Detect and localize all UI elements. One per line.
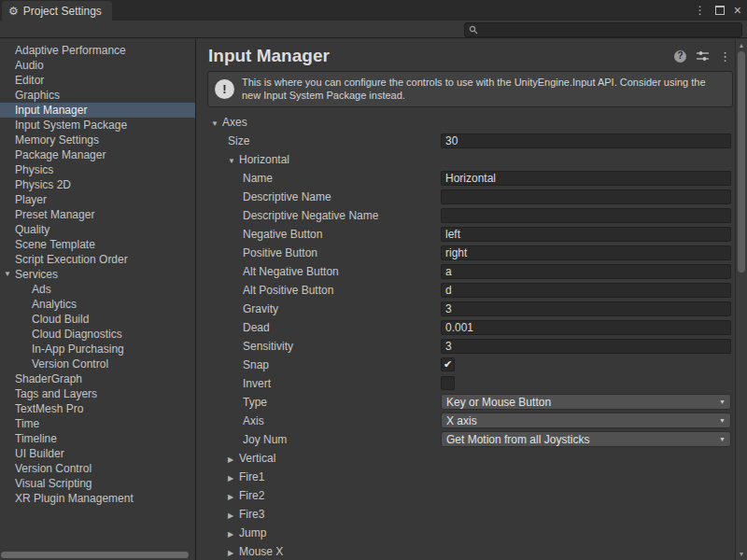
window-maximize-icon[interactable]: [715, 6, 725, 15]
text-field-sensitivity[interactable]: [441, 339, 731, 354]
property-label-text: Mouse X: [239, 545, 283, 558]
property-label-text: Alt Positive Button: [243, 284, 333, 297]
text-field-gravity[interactable]: [441, 301, 731, 316]
text-field-descriptive-name[interactable]: [441, 189, 731, 204]
sidebar-item-cloud-build[interactable]: Cloud Build: [0, 312, 195, 327]
foldout-horizontal[interactable]: ▼Horizontal: [197, 153, 441, 166]
sidebar-item-in-app-purchasing[interactable]: In-App Purchasing: [0, 342, 195, 357]
checkbox-snap[interactable]: ✔: [441, 357, 455, 371]
sidebar-item-input-manager[interactable]: Input Manager: [0, 103, 195, 118]
sidebar-item-visual-scripting[interactable]: Visual Scripting: [0, 476, 195, 491]
sidebar-item-cloud-diagnostics[interactable]: Cloud Diagnostics: [0, 327, 195, 342]
property-row-fire1: ▶Fire1: [197, 468, 735, 486]
property-field: ✔: [441, 357, 731, 371]
text-field-alt-negative-button[interactable]: [441, 264, 731, 279]
sidebar-item-timeline[interactable]: Timeline: [0, 431, 195, 446]
sidebar-item-player[interactable]: Player: [0, 192, 195, 207]
text-field-size[interactable]: [441, 133, 731, 148]
sidebar-horizontal-scrollbar[interactable]: [0, 550, 194, 560]
toolbar: [0, 21, 747, 38]
sidebar-item-time[interactable]: Time: [0, 416, 195, 431]
property-row-jump: ▶Jump: [197, 524, 735, 542]
scroll-up-icon[interactable]: ▲: [736, 42, 747, 49]
foldout-icon[interactable]: ▶: [228, 511, 239, 520]
foldout-vertical[interactable]: ▶Vertical: [197, 452, 441, 465]
window-menu-icon[interactable]: ⋮: [695, 5, 706, 16]
sidebar-item-input-system-package[interactable]: Input System Package: [0, 118, 195, 133]
sidebar-item-physics-2d[interactable]: Physics 2D: [0, 177, 195, 192]
foldout-axes[interactable]: ▼Axes: [197, 116, 441, 129]
sidebar-item-tags-and-layers[interactable]: Tags and Layers: [0, 386, 195, 401]
text-field-positive-button[interactable]: [441, 245, 731, 260]
property-field: [441, 189, 731, 204]
more-menu-icon[interactable]: ⋮: [719, 50, 731, 63]
foldout-icon[interactable]: ▼: [4, 271, 11, 278]
property-label-snap: Snap: [197, 358, 441, 371]
text-field-name[interactable]: [441, 171, 731, 186]
dropdown-axis[interactable]: X axis▼: [441, 413, 731, 428]
sidebar-item-version-control[interactable]: Version Control: [0, 461, 195, 476]
text-field-alt-positive-button[interactable]: [441, 283, 731, 298]
sidebar-item-adaptive-performance[interactable]: Adaptive Performance: [0, 43, 195, 58]
text-field-descriptive-negative-name[interactable]: [441, 208, 731, 223]
foldout-fire1[interactable]: ▶Fire1: [197, 470, 441, 483]
sidebar-item-xr-plugin-management[interactable]: XR Plugin Management: [0, 491, 195, 506]
foldout-icon[interactable]: ▼: [228, 157, 239, 165]
sidebar-item-label: XR Plugin Management: [15, 492, 134, 505]
foldout-icon[interactable]: ▶: [228, 455, 239, 464]
presets-icon[interactable]: [697, 50, 709, 62]
sidebar-item-memory-settings[interactable]: Memory Settings: [0, 133, 195, 147]
sidebar-item-scene-template[interactable]: Scene Template: [0, 237, 195, 252]
vertical-scrollbar[interactable]: ▲ ▼: [735, 39, 747, 560]
foldout-icon[interactable]: ▶: [228, 549, 239, 557]
foldout-mouse-x[interactable]: ▶Mouse X: [197, 545, 441, 558]
property-label-text: Horizontal: [239, 153, 289, 166]
property-row-axis: AxisX axis▼: [197, 412, 735, 430]
sidebar-item-ui-builder[interactable]: UI Builder: [0, 446, 195, 461]
sidebar-item-label: Analytics: [32, 298, 77, 311]
checkbox-invert[interactable]: [441, 376, 455, 390]
text-field-dead[interactable]: [441, 320, 731, 335]
sidebar-item-physics[interactable]: Physics: [0, 162, 195, 177]
sidebar-item-version-control[interactable]: Version Control: [0, 357, 195, 371]
dropdown-joy-num[interactable]: Get Motion from all Joysticks▼: [441, 431, 731, 447]
property-label-text: Vertical: [239, 452, 275, 465]
sidebar-item-services[interactable]: ▼Services: [0, 267, 195, 282]
sidebar-item-graphics[interactable]: Graphics: [0, 88, 195, 103]
foldout-fire2[interactable]: ▶Fire2: [197, 489, 441, 502]
sidebar-scrollbar-thumb[interactable]: [1, 552, 189, 558]
main-header: Input Manager ? ⋮: [197, 39, 735, 69]
foldout-icon[interactable]: ▶: [228, 474, 239, 483]
search-input[interactable]: [481, 24, 738, 35]
sidebar-item-audio[interactable]: Audio: [0, 58, 195, 73]
scrollbar-thumb[interactable]: [738, 51, 745, 273]
sidebar-item-ads[interactable]: Ads: [0, 282, 195, 297]
text-field-negative-button[interactable]: [441, 227, 731, 242]
foldout-fire3[interactable]: ▶Fire3: [197, 508, 441, 521]
sidebar-item-quality[interactable]: Quality: [0, 222, 195, 237]
search-box[interactable]: [464, 22, 742, 37]
sidebar-item-preset-manager[interactable]: Preset Manager: [0, 207, 195, 222]
foldout-icon[interactable]: ▶: [228, 493, 239, 501]
property-field: [441, 245, 731, 260]
info-text: This is where you can configure the cont…: [242, 76, 723, 103]
help-icon[interactable]: ?: [674, 50, 686, 63]
sidebar-item-editor[interactable]: Editor: [0, 73, 195, 88]
sidebar-item-package-manager[interactable]: Package Manager: [0, 147, 195, 162]
property-label-name: Name: [197, 172, 441, 185]
sidebar-item-script-execution-order[interactable]: Script Execution Order: [0, 252, 195, 267]
sidebar-item-shadergraph[interactable]: ShaderGraph: [0, 371, 195, 386]
tab-project-settings[interactable]: ⚙ Project Settings: [2, 1, 112, 21]
property-field: [441, 283, 731, 298]
foldout-icon[interactable]: ▶: [228, 530, 239, 539]
dropdown-type[interactable]: Key or Mouse Button▼: [441, 394, 731, 410]
header-icons: ? ⋮: [674, 50, 731, 63]
foldout-jump[interactable]: ▶Jump: [197, 526, 441, 539]
sidebar-item-textmesh-pro[interactable]: TextMesh Pro: [0, 401, 195, 416]
property-field: [441, 171, 731, 186]
sidebar-item-analytics[interactable]: Analytics: [0, 297, 195, 312]
window-close-icon[interactable]: ×: [734, 4, 741, 17]
scroll-down-icon[interactable]: ▼: [736, 551, 747, 557]
foldout-icon[interactable]: ▼: [211, 119, 222, 128]
property-label-text: Negative Button: [243, 228, 322, 241]
